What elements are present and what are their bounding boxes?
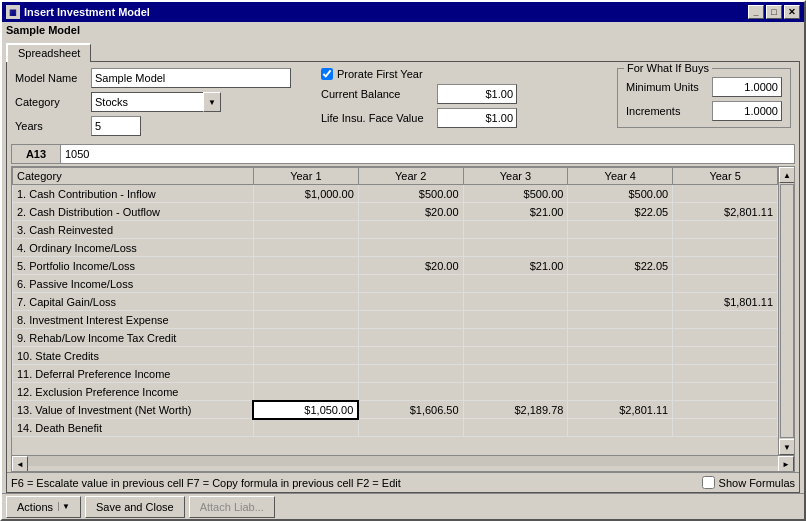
table-cell-value[interactable]: [463, 419, 568, 437]
table-cell-value[interactable]: [673, 329, 778, 347]
table-cell-value[interactable]: [358, 329, 463, 347]
table-cell-value[interactable]: $1,801.11: [673, 293, 778, 311]
table-cell-value[interactable]: [673, 275, 778, 293]
table-cell-value[interactable]: [253, 239, 358, 257]
table-cell-label[interactable]: 10. State Credits: [13, 347, 254, 365]
close-button[interactable]: ✕: [784, 5, 800, 19]
horizontal-scrollbar[interactable]: ◄ ►: [12, 455, 794, 471]
table-cell-value[interactable]: $21.00: [463, 257, 568, 275]
table-cell-label[interactable]: 5. Portfolio Income/Loss: [13, 257, 254, 275]
table-cell-value[interactable]: [463, 275, 568, 293]
table-cell-value[interactable]: [463, 221, 568, 239]
table-cell-value[interactable]: [463, 311, 568, 329]
scroll-up-button[interactable]: ▲: [779, 167, 794, 183]
table-cell-value[interactable]: [568, 239, 673, 257]
table-cell-value[interactable]: [673, 365, 778, 383]
table-cell-value[interactable]: [463, 239, 568, 257]
table-cell-value[interactable]: [568, 221, 673, 239]
table-cell-value[interactable]: [253, 311, 358, 329]
cell-value-box[interactable]: 1050: [61, 144, 795, 164]
table-cell-value[interactable]: $2,189.78: [463, 401, 568, 419]
table-cell-label[interactable]: 1. Cash Contribution - Inflow: [13, 185, 254, 203]
table-cell-value[interactable]: $20.00: [358, 257, 463, 275]
table-scroll-area[interactable]: Category Year 1 Year 2 Year 3 Year 4 Yea…: [12, 167, 778, 455]
table-cell-value[interactable]: [253, 221, 358, 239]
table-cell-value[interactable]: [673, 257, 778, 275]
table-cell-label[interactable]: 7. Capital Gain/Loss: [13, 293, 254, 311]
current-balance-input[interactable]: [437, 84, 517, 104]
table-cell-value[interactable]: $1,606.50: [358, 401, 463, 419]
table-cell-value[interactable]: $1,050.00: [253, 401, 358, 419]
table-cell-value[interactable]: [253, 257, 358, 275]
table-cell-value[interactable]: [253, 275, 358, 293]
minimize-button[interactable]: _: [748, 5, 764, 19]
table-cell-label[interactable]: 11. Deferral Preference Income: [13, 365, 254, 383]
table-cell-label[interactable]: 2. Cash Distribution - Outflow: [13, 203, 254, 221]
life-ins-input[interactable]: [437, 108, 517, 128]
table-cell-value[interactable]: [358, 365, 463, 383]
min-units-input[interactable]: [712, 77, 782, 97]
table-cell-value[interactable]: [358, 275, 463, 293]
table-cell-value[interactable]: $1,000.00: [253, 185, 358, 203]
table-cell-label[interactable]: 4. Ordinary Income/Loss: [13, 239, 254, 257]
table-cell-value[interactable]: [673, 185, 778, 203]
table-cell-value[interactable]: [673, 239, 778, 257]
table-cell-value[interactable]: $500.00: [358, 185, 463, 203]
table-cell-value[interactable]: [463, 329, 568, 347]
table-cell-value[interactable]: [358, 293, 463, 311]
table-cell-label[interactable]: 14. Death Benefit: [13, 419, 254, 437]
tab-spreadsheet[interactable]: Spreadsheet: [6, 43, 91, 62]
table-cell-value[interactable]: [568, 293, 673, 311]
table-cell-label[interactable]: 3. Cash Reinvested: [13, 221, 254, 239]
table-cell-value[interactable]: [463, 293, 568, 311]
table-cell-value[interactable]: $22.05: [568, 257, 673, 275]
table-cell-label[interactable]: 9. Rehab/Low Income Tax Credit: [13, 329, 254, 347]
table-cell-value[interactable]: $22.05: [568, 203, 673, 221]
table-cell-value[interactable]: [358, 239, 463, 257]
table-cell-value[interactable]: [568, 365, 673, 383]
table-cell-value[interactable]: [358, 311, 463, 329]
table-cell-value[interactable]: [253, 347, 358, 365]
table-cell-label[interactable]: 8. Investment Interest Expense: [13, 311, 254, 329]
table-cell-value[interactable]: [253, 293, 358, 311]
table-cell-value[interactable]: $20.00: [358, 203, 463, 221]
table-cell-value[interactable]: [568, 275, 673, 293]
years-input[interactable]: [91, 116, 141, 136]
table-cell-value[interactable]: [568, 419, 673, 437]
category-select[interactable]: Stocks: [91, 92, 221, 112]
table-cell-value[interactable]: [358, 347, 463, 365]
table-cell-value[interactable]: [358, 419, 463, 437]
table-cell-value[interactable]: $2,801.11: [568, 401, 673, 419]
table-cell-value[interactable]: [673, 419, 778, 437]
hscroll-track[interactable]: [28, 456, 778, 466]
table-cell-value[interactable]: [463, 347, 568, 365]
show-formulas-checkbox[interactable]: [702, 476, 715, 489]
table-cell-value[interactable]: [568, 347, 673, 365]
table-cell-value[interactable]: [358, 221, 463, 239]
table-cell-value[interactable]: [673, 311, 778, 329]
table-cell-value[interactable]: [253, 329, 358, 347]
table-cell-value[interactable]: [673, 221, 778, 239]
table-cell-value[interactable]: [358, 383, 463, 401]
table-cell-value[interactable]: [253, 383, 358, 401]
model-name-input[interactable]: [91, 68, 291, 88]
vertical-scrollbar[interactable]: ▲ ▼: [778, 167, 794, 455]
table-cell-value[interactable]: [568, 329, 673, 347]
table-cell-value[interactable]: [253, 203, 358, 221]
table-cell-value[interactable]: $500.00: [568, 185, 673, 203]
table-cell-value[interactable]: [673, 383, 778, 401]
table-cell-value[interactable]: [673, 401, 778, 419]
maximize-button[interactable]: □: [766, 5, 782, 19]
scroll-left-button[interactable]: ◄: [12, 456, 28, 472]
prorate-checkbox[interactable]: [321, 68, 333, 80]
table-cell-label[interactable]: 12. Exclusion Preference Income: [13, 383, 254, 401]
table-cell-value[interactable]: [568, 311, 673, 329]
table-cell-value[interactable]: $21.00: [463, 203, 568, 221]
table-cell-value[interactable]: $2,801.11: [673, 203, 778, 221]
table-cell-label[interactable]: 13. Value of Investment (Net Worth): [13, 401, 254, 419]
table-cell-value[interactable]: [568, 383, 673, 401]
scroll-right-button[interactable]: ►: [778, 456, 794, 472]
actions-button[interactable]: Actions ▼: [6, 496, 81, 518]
save-and-close-button[interactable]: Save and Close: [85, 496, 185, 518]
table-cell-value[interactable]: [673, 347, 778, 365]
